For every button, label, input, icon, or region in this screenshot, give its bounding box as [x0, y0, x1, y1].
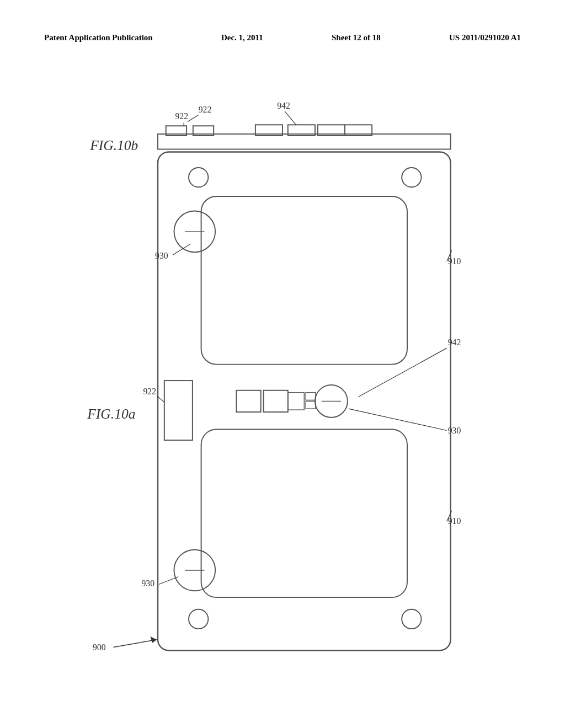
svg-rect-0	[158, 134, 451, 149]
patent-drawing: FIG.10b 922 922 942 930 910 922	[33, 72, 532, 695]
svg-line-20	[173, 244, 190, 255]
svg-text:930: 930	[448, 426, 461, 435]
patent-number-label: US 2011/0291020 A1	[449, 33, 521, 42]
svg-rect-37	[201, 430, 407, 598]
svg-point-14	[189, 168, 208, 187]
svg-text:922: 922	[143, 387, 156, 396]
svg-text:922: 922	[199, 105, 212, 114]
date-label: Dec. 1, 2011	[221, 33, 263, 42]
svg-text:910: 910	[448, 516, 461, 526]
svg-text:930: 930	[155, 251, 168, 260]
svg-text:922: 922	[175, 111, 188, 121]
svg-point-44	[189, 609, 208, 629]
svg-rect-23	[164, 381, 193, 440]
svg-text:930: 930	[142, 579, 155, 588]
publication-label: Patent Application Publication	[44, 33, 153, 42]
fig10a-label: FIG.10a	[87, 406, 135, 422]
drawing-area: FIG.10b 922 922 942 930 910 922	[33, 72, 532, 695]
svg-line-43	[159, 577, 178, 585]
svg-rect-26	[236, 390, 260, 412]
sheet-label: Sheet 12 of 18	[332, 33, 381, 42]
svg-rect-16	[201, 196, 407, 365]
svg-line-10	[188, 115, 199, 122]
svg-text:900: 900	[93, 643, 106, 652]
svg-line-34	[359, 348, 447, 397]
svg-text:942: 942	[448, 338, 461, 347]
svg-marker-48	[150, 636, 157, 643]
svg-line-12	[285, 111, 296, 125]
svg-point-15	[402, 168, 421, 187]
svg-rect-27	[264, 390, 288, 412]
svg-point-45	[402, 609, 421, 629]
svg-line-47	[113, 640, 157, 647]
svg-text:942: 942	[277, 101, 290, 110]
fig10b-label: FIG.10b	[89, 137, 138, 153]
page-header: Patent Application Publication Dec. 1, 2…	[0, 33, 565, 42]
svg-text:910: 910	[448, 256, 461, 266]
svg-rect-30	[306, 401, 316, 409]
svg-line-36	[349, 409, 447, 430]
svg-rect-28	[288, 393, 304, 410]
svg-rect-29	[306, 393, 316, 400]
